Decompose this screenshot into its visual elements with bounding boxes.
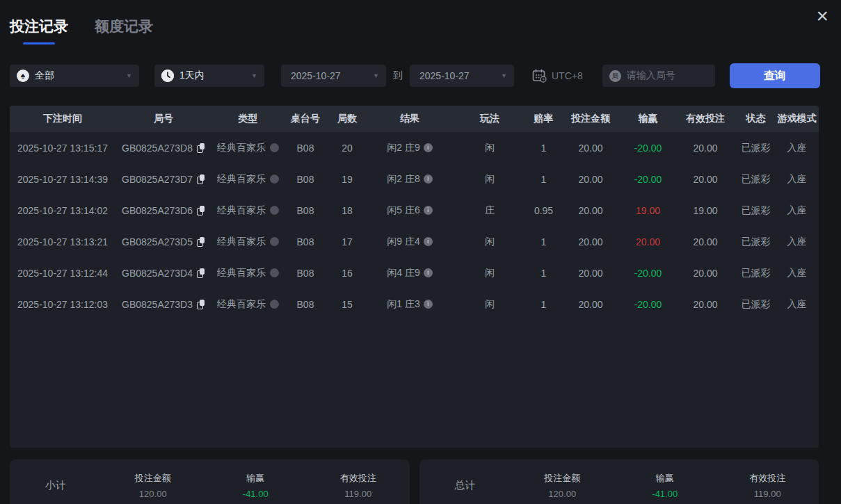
odds-cell: 1 [528,174,559,185]
result-cell: 闲5 庄6i [368,204,451,217]
table-no-cell-text: B08 [297,299,314,310]
win-loss-cell: 19.00 [622,205,674,216]
result-info-icon[interactable]: i [424,206,433,215]
result-info-icon[interactable]: i [424,237,433,246]
bet-amount-cell-text: 20.00 [578,299,602,310]
timezone-indicator: UTC+8 [532,69,583,83]
col-game-mode: 游戏模式 [775,113,819,125]
bet-amount-cell: 20.00 [559,268,622,279]
game-type-cell: 经典百家乐 [211,173,285,186]
filter-bar: ♠ 全部 ▼ 1天内 ▼ 2025-10-27 ▼ 到 2025-10-27 ▼… [0,63,841,88]
result-info-icon[interactable]: i [424,268,433,277]
game-type-badge-icon [270,143,279,152]
result-cell-text: 闲5 庄6 [387,204,419,217]
col-win-loss: 输赢 [622,113,674,125]
valid-bet-cell: 20.00 [674,143,737,154]
bet-time-cell-text: 2025-10-27 13:14:02 [17,205,108,216]
date-from-select[interactable]: 2025-10-27 ▼ [281,65,386,87]
result-cell-text: 闲9 庄4 [387,236,419,248]
round-no-cell-text: 17 [342,236,353,247]
round-no-cell: 17 [326,236,368,247]
close-icon[interactable]: × [816,6,828,26]
valid-bet-cell-text: 20.00 [693,299,717,310]
win-loss-cell: 20.00 [622,236,674,247]
total-win-loss-label: 输赢 [614,472,716,485]
game-type-cell-text: 经典百家乐 [217,267,266,279]
game-type-value: 全部 [35,70,54,82]
bet-time-cell: 2025-10-27 13:12:03 [10,299,115,310]
round-id-cell-text: GB0825A273D6 [122,205,193,216]
round-id-cell-text: GB0825A273D3 [122,299,193,310]
round-no-cell-text: 20 [342,143,353,154]
copy-icon[interactable] [197,206,205,216]
round-no-cell: 19 [326,174,368,185]
valid-bet-cell: 20.00 [674,236,737,247]
result-info-icon[interactable]: i [424,143,433,152]
query-button[interactable]: 查询 [730,63,820,88]
tab-bet-records[interactable]: 投注记录 [10,17,68,44]
result-cell: 闲4 庄9i [368,267,451,279]
date-to-select[interactable]: 2025-10-27 ▼ [410,65,514,87]
round-number-input[interactable]: 局 请输入局号 [602,65,715,87]
bet-time-cell-text: 2025-10-27 13:12:03 [17,299,108,310]
result-cell: 闲2 庄8i [368,173,451,186]
table-header-row: 下注时间 局号 类型 桌台号 局数 结果 玩法 赔率 投注金额 输赢 有效投注 … [10,106,819,132]
play-type-cell: 闲 [451,267,528,279]
result-cell: 闲1 庄3i [368,298,451,311]
result-info-icon[interactable]: i [424,174,433,184]
round-id-cell: GB0825A273D3 [115,299,211,310]
total-title: 总计 [419,479,511,492]
odds-cell-text: 1 [541,174,547,185]
bet-amount-cell: 20.00 [559,205,622,216]
play-type-cell-text: 闲 [485,267,495,279]
copy-icon[interactable] [197,237,205,247]
table-row: 2025-10-27 13:12:03GB0825A273D3经典百家乐B081… [10,288,819,320]
result-info-icon[interactable]: i [424,300,433,309]
round-id-cell: GB0825A273D8 [115,143,211,154]
total-win-loss-value: -41.00 [614,489,716,499]
odds-cell: 1 [528,143,559,154]
col-result: 结果 [368,113,451,125]
game-type-select[interactable]: ♠ 全部 ▼ [10,65,139,87]
win-loss-cell: -20.00 [622,174,674,185]
round-id-cell: GB0825A273D4 [115,268,211,279]
game-mode-cell-text: 入座 [787,236,807,248]
game-type-badge-icon [270,174,279,184]
bet-time-cell: 2025-10-27 13:14:02 [10,205,115,216]
round-id-cell: GB0825A273D5 [115,236,211,247]
game-type-cell: 经典百家乐 [211,236,285,248]
table-row: 2025-10-27 13:14:39GB0825A273D7经典百家乐B081… [10,163,819,195]
col-bet-amount: 投注金额 [559,113,622,125]
round-no-cell: 18 [326,205,368,216]
play-type-cell: 闲 [451,142,528,154]
time-range-select[interactable]: 1天内 ▼ [154,65,264,87]
odds-cell: 0.95 [528,205,559,216]
game-type-badge-icon [270,237,279,246]
total-valid-bet-value: 119.00 [716,489,819,499]
game-mode-cell-text: 入座 [787,204,807,217]
total-bet-amount: 投注金额 120.00 [511,472,614,499]
col-table-no: 桌台号 [285,113,326,125]
status-cell: 已派彩 [737,204,775,217]
round-no-cell: 20 [326,143,368,154]
win-loss-cell: -20.00 [622,143,674,154]
copy-icon[interactable] [197,174,205,184]
col-status: 状态 [737,113,775,125]
copy-icon[interactable] [197,268,205,278]
tab-quota-records[interactable]: 额度记录 [95,17,153,44]
play-type-cell-text: 庄 [485,204,495,217]
status-cell-text: 已派彩 [742,298,771,311]
table-row: 2025-10-27 13:14:02GB0825A273D6经典百家乐B081… [10,195,819,226]
bet-amount-cell: 20.00 [559,174,622,185]
copy-icon[interactable] [197,300,205,309]
table-no-cell-text: B08 [297,143,314,154]
game-mode-cell: 入座 [775,298,819,311]
game-type-badge-icon [270,206,279,215]
total-valid-bet-label: 有效投注 [716,472,819,485]
round-badge-icon: 局 [609,70,621,82]
copy-icon[interactable] [197,143,205,153]
round-id-cell-text: GB0825A273D7 [122,174,193,185]
status-cell-text: 已派彩 [742,142,771,154]
tab-bar: 投注记录 额度记录 [10,17,841,44]
game-type-cell-text: 经典百家乐 [217,173,266,186]
